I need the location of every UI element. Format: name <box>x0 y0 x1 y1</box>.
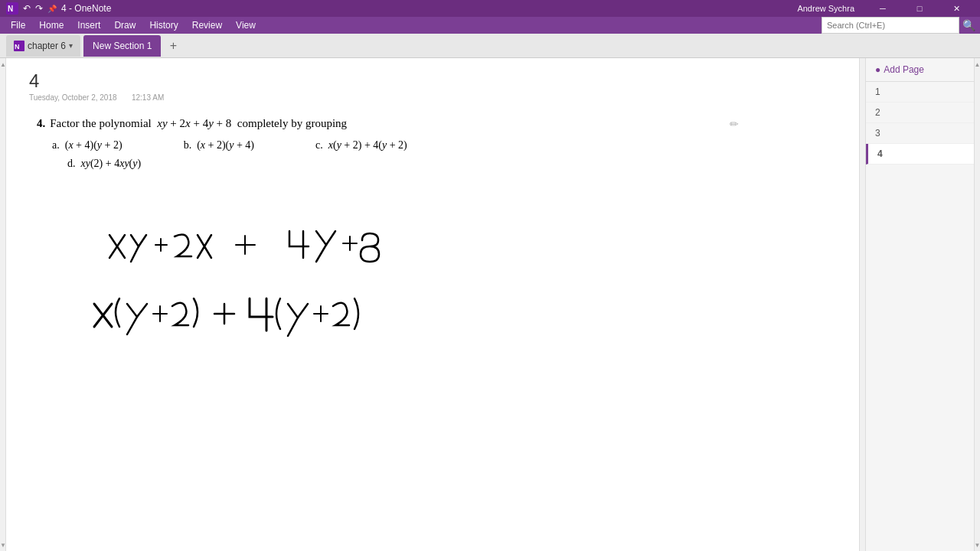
title-bar-undo[interactable]: ↶ <box>23 3 31 14</box>
title-bar-pin[interactable]: 📌 <box>47 5 57 13</box>
answer-choices: a. (x + 4)(y + 2) b. (x + 2)(y + 4) c. x… <box>52 139 842 170</box>
add-page-icon: ● <box>875 64 880 75</box>
main-layout: ▲ ▼ ✏ 4 Tuesday, October 2, 2018 12:13 A… <box>0 58 980 551</box>
page-date: Tuesday, October 2, 2018 12:13 AM <box>29 93 842 102</box>
add-section-button[interactable]: + <box>164 37 182 55</box>
right-scrollbar: ▲ ▼ <box>974 58 980 551</box>
menu-review[interactable]: Review <box>186 18 228 32</box>
page-label-3: 3 <box>875 128 880 139</box>
title-bar-left: N ↶ ↷ 📌 4 - OneNote <box>6 2 111 15</box>
scroll-up-arrow[interactable]: ▲ <box>0 58 6 70</box>
answer-d: d. xy(2) + 4xy(y) <box>67 158 842 170</box>
edit-icon[interactable]: ✏ <box>730 118 739 130</box>
answer-a: a. (x + 4)(y + 2) <box>52 139 122 152</box>
title-bar-redo[interactable]: ↷ <box>35 3 43 14</box>
problem-text: Factor the polynomial xy + 2x + 4y + 8 c… <box>50 117 347 130</box>
content-right-scrollbar <box>859 58 865 551</box>
problem-statement: 4. Factor the polynomial xy + 2x + 4y + … <box>37 117 842 130</box>
content-area: ▲ ▼ ✏ 4 Tuesday, October 2, 2018 12:13 A… <box>0 58 865 551</box>
search-input[interactable] <box>822 17 959 34</box>
user-name: Andrew Sychra <box>797 4 854 13</box>
add-page-button[interactable]: ● Add Page <box>866 58 980 82</box>
minimize-button[interactable]: ─ <box>865 0 900 17</box>
right-scroll-up[interactable]: ▲ <box>975 58 980 70</box>
page-list-item-4[interactable]: 4 <box>866 144 980 165</box>
answers-row1: a. (x + 4)(y + 2) b. (x + 2)(y + 4) c. x… <box>52 139 842 152</box>
handwritten-work <box>67 185 842 361</box>
scroll-down-arrow[interactable]: ▼ <box>0 539 6 551</box>
page-list-item-2[interactable]: 2 <box>866 103 980 123</box>
answer-b: b. (x + 2)(y + 4) <box>184 139 254 152</box>
math-problem: 4. Factor the polynomial xy + 2x + 4y + … <box>37 117 842 361</box>
left-scrollbar: ▲ ▼ <box>0 58 6 551</box>
page-list-item-3[interactable]: 3 <box>866 123 980 144</box>
page-list-item-1[interactable]: 1 <box>866 82 980 103</box>
window-title: 4 - OneNote <box>61 3 111 14</box>
notebook-tab-label: chapter 6 <box>28 41 66 51</box>
menu-view[interactable]: View <box>230 18 262 32</box>
window-controls[interactable]: ─ □ ✕ <box>865 0 974 17</box>
menu-bar: File Home Insert Draw History Review Vie… <box>0 17 980 34</box>
pages-panel: ● Add Page 1 2 3 4 ▲ ▼ <box>865 58 980 551</box>
notebook-chevron-icon: ▾ <box>69 41 73 50</box>
page-number: 4 <box>29 70 842 92</box>
notebook-tab[interactable]: N chapter 6 ▾ <box>6 35 80 57</box>
right-scroll-track <box>975 70 980 539</box>
section-tab[interactable]: New Section 1 <box>83 35 161 57</box>
menu-home[interactable]: Home <box>33 18 70 32</box>
date-text: Tuesday, October 2, 2018 <box>29 93 117 102</box>
menu-file[interactable]: File <box>5 18 31 32</box>
notebook-icon: N <box>14 41 24 51</box>
maximize-button[interactable]: □ <box>902 0 937 17</box>
problem-number: 4. <box>37 117 45 130</box>
time-text: 12:13 AM <box>132 93 164 102</box>
menu-history[interactable]: History <box>143 18 184 32</box>
title-bar-right: Andrew Sychra ─ □ ✕ <box>797 0 974 17</box>
close-button[interactable]: ✕ <box>939 0 974 17</box>
menu-draw[interactable]: Draw <box>108 18 142 32</box>
svg-text:N: N <box>15 43 20 51</box>
page-content: ✏ 4 Tuesday, October 2, 2018 12:13 AM 4.… <box>6 58 865 551</box>
page-label-2: 2 <box>875 107 880 118</box>
notebook-bar: N chapter 6 ▾ New Section 1 + <box>0 34 980 58</box>
search-icon[interactable]: 🔍 <box>962 19 975 31</box>
page-label-1: 1 <box>875 86 880 97</box>
right-scroll-down[interactable]: ▼ <box>975 539 980 551</box>
scroll-track <box>0 70 5 539</box>
add-page-label: Add Page <box>884 64 924 75</box>
handwriting-svg <box>67 185 466 361</box>
title-bar: N ↶ ↷ 📌 4 - OneNote Andrew Sychra ─ □ ✕ <box>0 0 980 17</box>
answer-c: c. x(y + 2) + 4(y + 2) <box>315 139 407 152</box>
onenote-icon: N <box>6 2 18 15</box>
page-label-4: 4 <box>877 148 883 159</box>
menu-insert[interactable]: Insert <box>71 18 106 32</box>
section-tab-label: New Section 1 <box>93 41 152 51</box>
svg-text:N: N <box>8 5 13 13</box>
ribbon-right: 🔍 <box>822 17 975 34</box>
